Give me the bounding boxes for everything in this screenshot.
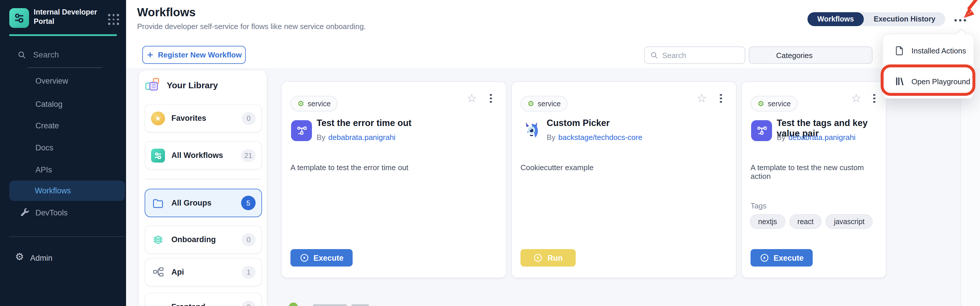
workflow-search [644, 46, 745, 64]
play-circle-icon [760, 253, 769, 262]
sidebar-item-workflows-label: Workflows [35, 186, 71, 195]
sidebar: Internal Developer Portal Search Overvie… [0, 0, 126, 306]
wrench-icon [19, 207, 30, 220]
author-link[interactable]: debabrata.panigrahi [328, 133, 395, 142]
sidebar-item-overview[interactable]: Overview [35, 77, 68, 86]
mint-stack-icon [151, 233, 165, 246]
tag-pill[interactable]: react [789, 214, 822, 229]
card-title: Custom Picker [547, 118, 610, 128]
tab-execution-history[interactable]: Execution History [864, 12, 945, 26]
library-header: Your Library [145, 77, 218, 92]
card-menu-icon[interactable] [719, 94, 723, 103]
library-divider [145, 179, 261, 179]
sidebar-item-docs[interactable]: Docs [35, 143, 53, 152]
app-title: Internal Developer Portal [34, 8, 99, 27]
app-logo-icon[interactable] [9, 8, 29, 28]
search-icon [650, 51, 658, 59]
kind-chip: ⚙ service [751, 96, 798, 111]
count-badge: 0 [242, 112, 256, 125]
sidebar-item-workflows[interactable]: Workflows [9, 181, 125, 201]
library-title: Your Library [167, 80, 218, 90]
teal-workflow-icon [151, 148, 165, 162]
count-badge: 3 [242, 300, 256, 306]
cubes-icon [145, 77, 160, 92]
logo-underline [9, 34, 117, 36]
card-menu-icon[interactable] [488, 94, 493, 103]
next-section-text-clipped [352, 304, 369, 306]
library-item-all-groups[interactable]: All Groups 5 [145, 189, 262, 217]
scroll-gutter[interactable] [960, 68, 980, 306]
cookiecutter-monster-icon [521, 120, 542, 141]
menu-item-installed-actions[interactable]: Installed Actions [883, 42, 975, 59]
workflow-card: ⚙ service ☆ Custom Picker Bybac [511, 81, 737, 278]
workflow-card: ⚙ service ☆ Test the error time out Byde… [281, 81, 507, 278]
card-menu-icon[interactable] [872, 94, 877, 103]
sidebar-item-admin[interactable]: Admin [30, 254, 52, 262]
card-byline: Bydebabrata.panigrahi [777, 133, 856, 142]
workflow-template-icon [291, 120, 312, 141]
card-description: Cookiecutter example [520, 163, 593, 172]
tag-pill[interactable]: nextjs [750, 214, 785, 229]
favorite-star-icon[interactable]: ☆ [697, 92, 707, 104]
library-item-all-workflows[interactable]: All Workflows 21 [145, 141, 262, 170]
workflow-search-input[interactable] [662, 51, 732, 60]
author-link[interactable]: debabrata.panigrahi [788, 133, 855, 142]
execute-button[interactable]: Execute [751, 249, 813, 266]
library-item-onboarding[interactable]: Onboarding 0 [145, 225, 262, 254]
file-icon [895, 46, 904, 55]
author-link[interactable]: backstage/techdocs-core [558, 133, 642, 142]
gear-icon: ⚙ [15, 252, 24, 262]
more-menu-button[interactable] [955, 17, 971, 23]
page-subtitle: Provide developer self-service for flows… [137, 22, 366, 31]
kind-chip: ⚙ service [290, 96, 338, 111]
kind-chip: ⚙ service [520, 96, 568, 111]
favorite-star-icon[interactable]: ☆ [851, 92, 861, 104]
library-item-frontend[interactable]: npm Frontend 3 [145, 293, 262, 306]
gear-icon: ⚙ [757, 100, 764, 108]
library-panel: Your Library ★ Favorites 0 All Workflows… [138, 70, 267, 306]
blue-folder-icon [151, 196, 165, 210]
gold-star-icon: ★ [151, 111, 165, 125]
tag-pill[interactable]: javascript [826, 214, 873, 229]
apps-grid-icon[interactable] [108, 14, 120, 25]
tags-row: nextjs react javascript [750, 214, 873, 229]
register-new-workflow-button[interactable]: Register New Workflow [142, 46, 246, 64]
count-badge: 1 [242, 266, 256, 278]
workflow-template-icon [751, 120, 772, 141]
main-area: Workflows Provide developer self-service… [126, 0, 980, 306]
sidebar-item-create[interactable]: Create [35, 121, 59, 130]
search-underline [28, 67, 102, 68]
favorite-star-icon[interactable]: ☆ [466, 92, 477, 104]
run-button[interactable]: Run [520, 249, 576, 266]
sidebar-item-apis[interactable]: APIs [35, 165, 52, 174]
categories-dropdown[interactable]: Categories [749, 46, 873, 64]
play-circle-icon [299, 253, 309, 262]
library-item-api[interactable]: Api 1 [145, 258, 262, 286]
sidebar-search[interactable]: Search [18, 50, 110, 59]
npm-icon: npm [151, 300, 165, 306]
play-circle-icon [534, 253, 543, 262]
workflow-card: ⚙ service ☆ Test the tags and key value … [741, 81, 886, 278]
search-icon [18, 50, 26, 59]
gear-icon: ⚙ [298, 100, 304, 108]
card-description: A template to test the error time out [290, 163, 408, 172]
tree-icon [151, 265, 165, 279]
view-toggle: Workflows Execution History [807, 12, 945, 26]
count-badge: 0 [242, 233, 256, 246]
tab-workflows[interactable]: Workflows [807, 12, 864, 26]
next-section-text-clipped [313, 304, 347, 306]
count-badge: 21 [241, 149, 256, 162]
app-window: Internal Developer Portal Search Overvie… [0, 0, 980, 306]
sidebar-search-label: Search [33, 50, 59, 59]
gear-icon: ⚙ [527, 100, 534, 108]
annotation-highlight-ring [881, 65, 975, 96]
count-badge-selected: 5 [241, 196, 256, 210]
sidebar-item-catalog[interactable]: Catalog [35, 100, 62, 109]
sidebar-divider [9, 236, 125, 237]
tags-label: Tags [751, 201, 767, 210]
card-byline: Bydebabrata.panigrahi [317, 133, 396, 142]
library-item-favorites[interactable]: ★ Favorites 0 [145, 104, 262, 132]
sidebar-item-devtools[interactable]: DevTools [35, 208, 68, 217]
card-description: A template to test the new custom action [751, 163, 886, 181]
execute-button[interactable]: Execute [290, 249, 353, 266]
